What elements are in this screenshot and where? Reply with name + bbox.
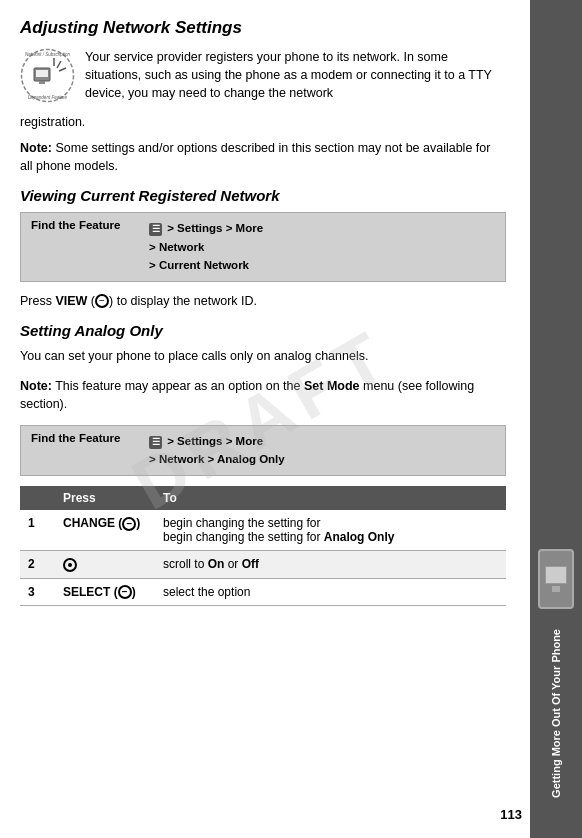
press-table: Press To 1 CHANGE () begin changing the …: [20, 486, 506, 607]
note2: Note: This feature may appear as an opti…: [20, 377, 506, 413]
find-feature-path-2: ☰ > Settings > More > Network > Analog O…: [149, 432, 285, 469]
note1-text: Some settings and/or options described i…: [20, 141, 490, 173]
table-header-num: [20, 486, 55, 510]
intro-section: Network / Subscription Dependent Feature…: [20, 48, 506, 103]
section2-title: Setting Analog Only: [20, 322, 506, 339]
svg-text:Dependent Feature: Dependent Feature: [28, 95, 67, 100]
row2-press: [55, 550, 155, 578]
network-subscription-icon: Network / Subscription Dependent Feature: [20, 48, 75, 103]
note1-label: Note:: [20, 141, 52, 155]
circle-minus-icon-1: [95, 294, 109, 308]
svg-text:Network / Subscription: Network / Subscription: [25, 52, 71, 57]
row3-num: 3: [20, 578, 55, 606]
circle-minus-icon-2: [122, 517, 136, 531]
row2-num: 2: [20, 550, 55, 578]
table-header-to: To: [155, 486, 506, 510]
row3-press: SELECT (): [55, 578, 155, 606]
view-command: VIEW: [55, 294, 87, 308]
page-number: 113: [500, 807, 522, 822]
section2-body1: You can set your phone to place calls on…: [20, 347, 506, 365]
find-feature-label-1: Find the Feature: [31, 219, 141, 231]
row1-press: CHANGE (): [55, 510, 155, 551]
intro-text: Your service provider registers your pho…: [85, 48, 506, 102]
find-feature-path-1: ☰ > Settings > More > Network > Current …: [149, 219, 263, 274]
main-content: Adjusting Network Settings Network / Sub…: [20, 18, 506, 606]
row2-to: scroll to On or Off: [155, 550, 506, 578]
intro-text-continued: registration.: [20, 113, 506, 131]
table-header-row: Press To: [20, 486, 506, 510]
select-command: SELECT: [63, 585, 110, 599]
menu-icon-1: ☰: [149, 223, 162, 236]
row1-num: 1: [20, 510, 55, 551]
change-command: CHANGE: [63, 516, 115, 530]
svg-rect-3: [39, 81, 45, 84]
page-container: Adjusting Network Settings Network / Sub…: [0, 0, 582, 838]
svg-line-5: [57, 61, 61, 68]
find-feature-label-2: Find the Feature: [31, 432, 141, 444]
note1: Note: Some settings and/or options descr…: [20, 139, 506, 175]
section1-title: Viewing Current Registered Network: [20, 187, 506, 204]
scroll-icon: [63, 558, 77, 572]
note2-label: Note:: [20, 379, 52, 393]
circle-minus-icon-3: [118, 585, 132, 599]
page-title: Adjusting Network Settings: [20, 18, 506, 38]
table-row: 2 scroll to On or Off: [20, 550, 506, 578]
find-feature-box-2: Find the Feature ☰ > Settings > More > N…: [20, 425, 506, 476]
section1-body: Press VIEW () to display the network ID.: [20, 292, 506, 310]
find-feature-box-1: Find the Feature ☰ > Settings > More > N…: [20, 212, 506, 281]
table-row: 3 SELECT () select the option: [20, 578, 506, 606]
table-row: 1 CHANGE () begin changing the setting f…: [20, 510, 506, 551]
table-header-press: Press: [55, 486, 155, 510]
row1-to: begin changing the setting forbegin chan…: [155, 510, 506, 551]
svg-rect-2: [36, 70, 48, 77]
note2-text: This feature may appear as an option on …: [20, 379, 474, 411]
svg-line-6: [59, 68, 66, 71]
row3-to: select the option: [155, 578, 506, 606]
menu-icon-2: ☰: [149, 436, 162, 449]
